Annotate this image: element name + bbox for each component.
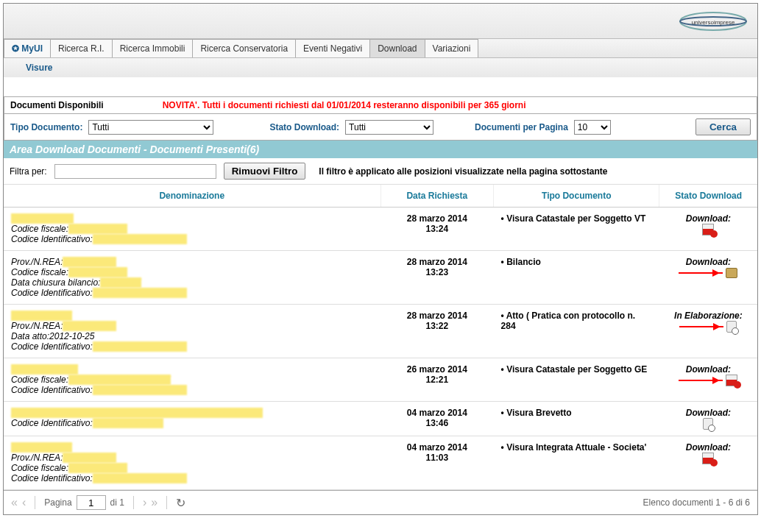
tipo-select[interactable]: Tutti: [88, 120, 213, 135]
pdf-icon[interactable]: [726, 375, 737, 386]
status-label: Download:: [667, 364, 750, 375]
proc-icon[interactable]: [703, 418, 713, 430]
perpage-select[interactable]: 10: [574, 120, 611, 135]
filter-input[interactable]: [54, 164, 216, 179]
col-data-richiesta[interactable]: Data Richiesta: [380, 185, 494, 208]
table-row: AXXXXXXXX XXX XXXXXXXX XXXXXXXX XXXXXXXX…: [4, 402, 757, 436]
tab-eventi-negativi[interactable]: Eventi Negativi: [295, 39, 370, 57]
table-row: XXXXXXX XXXXCodice fiscale:XXXX XXXXXXXX…: [4, 358, 757, 402]
tab-ricerca-immobili[interactable]: Ricerca Immobili: [112, 39, 194, 57]
tab-myui[interactable]: MyUI: [4, 39, 51, 57]
arrow-icon: [679, 272, 723, 274]
section-title: Documenti Disponibili: [10, 100, 104, 110]
col-denominazione[interactable]: Denominazione: [4, 185, 380, 208]
first-page-button[interactable]: «: [11, 496, 18, 509]
col-stato-download[interactable]: Stato Download: [659, 185, 757, 208]
tab-variazioni[interactable]: Variazioni: [425, 39, 479, 57]
table-row: XXXXXXX XXXProv./N.REA:XXXXXXXXXData att…: [4, 305, 757, 358]
pager: « ‹ Pagina di 1 › » ↻ Elenco documenti 1…: [4, 490, 757, 514]
table-row: Prov./N.REA:XXXXXXXXXCodice fiscale:XXXX…: [4, 251, 757, 305]
subtab-bar: Visure: [4, 58, 757, 77]
status-label: In Elaborazione:: [667, 311, 750, 321]
search-button[interactable]: Cerca: [695, 118, 751, 135]
next-page-button[interactable]: ›: [143, 496, 146, 509]
section-bar: Documenti Disponibili NOVITA'. Tutti i d…: [4, 96, 757, 114]
last-page-button[interactable]: »: [151, 496, 157, 509]
table-row: XXXXXXX XXXProv./N.REA:XXXXXXXXXCodice f…: [4, 436, 757, 490]
status-label: Download:: [667, 257, 750, 267]
filter-row: Tipo Documento: Tutti Stato Download: Tu…: [4, 114, 757, 141]
prev-page-button[interactable]: ‹: [22, 496, 26, 509]
main-tabs: MyUIRicerca R.I.Ricerca ImmobiliRicerca …: [4, 39, 757, 58]
remove-filter-button[interactable]: Rimuovi Filtro: [224, 163, 306, 180]
pdf-icon[interactable]: [702, 224, 714, 235]
page-label: Pagina: [44, 497, 71, 508]
arrow-icon: [679, 326, 723, 327]
tab-ricerca-conservatoria[interactable]: Ricerca Conservatoria: [192, 39, 296, 57]
perpage-label: Documenti per Pagina: [475, 122, 568, 132]
tab-ricerca-r-i-[interactable]: Ricerca R.I.: [50, 39, 113, 57]
area-header: Area Download Documenti - Documenti Pres…: [4, 141, 757, 158]
status-label: Download:: [667, 442, 750, 453]
arrow-icon: [679, 380, 723, 381]
documents-table: Denominazione Data Richiesta Tipo Docume…: [4, 185, 757, 490]
filter-note: Il filtro è applicato alle posizioni vis…: [319, 166, 607, 177]
subtab-visure[interactable]: Visure: [26, 63, 52, 73]
zip-icon[interactable]: [726, 268, 737, 278]
filter-bar: Filtra per: Rimuovi Filtro Il filtro è a…: [4, 158, 757, 185]
pdf-icon[interactable]: [702, 453, 714, 464]
page-of-label: di 1: [110, 497, 124, 508]
page-input[interactable]: [77, 495, 106, 510]
header-bar: universoimprese: [4, 4, 757, 39]
stato-select[interactable]: Tutti: [345, 120, 433, 135]
status-label: Download:: [667, 213, 750, 224]
status-label: Download:: [667, 408, 750, 418]
col-tipo-documento[interactable]: Tipo Documento: [494, 185, 659, 208]
filter-label: Filtra per:: [10, 166, 47, 177]
refresh-button[interactable]: ↻: [176, 496, 185, 510]
svg-text:universoimprese: universoimprese: [692, 19, 735, 26]
stato-label: Stato Download:: [269, 122, 339, 132]
tab-download[interactable]: Download: [369, 39, 425, 57]
proc-icon[interactable]: [726, 321, 737, 333]
tipo-label: Tipo Documento:: [10, 122, 82, 132]
app-window: universoimprese MyUIRicerca R.I.Ricerca …: [3, 3, 758, 515]
notice-text: NOVITA'. Tutti i documenti richiesti dal…: [163, 100, 526, 110]
table-row: XXXXXX X.X.X.Codice fiscale:XXXXXXXXXXCo…: [4, 208, 757, 251]
logo: universoimprese: [676, 8, 750, 35]
pager-summary: Elenco documenti 1 - 6 di 6: [643, 497, 750, 508]
